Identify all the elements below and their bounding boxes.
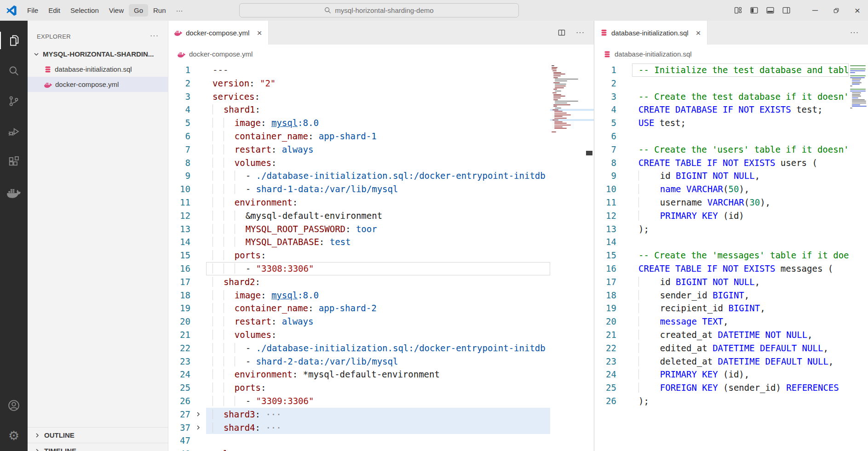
line-content[interactable]: PRIMARY KEY (id), [632,368,849,381]
code-line[interactable]: 25 FOREIGN KEY (sender_id) REFERENCES [594,381,849,394]
line-number[interactable]: 26 [594,394,616,408]
line-number[interactable]: 15 [594,249,616,262]
line-content[interactable]: - "3308:3306" [206,262,550,275]
code-line[interactable]: 19 container_name: app-shard-2 [168,302,550,315]
line-number[interactable]: 21 [594,328,616,342]
line-content[interactable]: -- Create the test database if it doesn'… [632,90,849,103]
line-content[interactable]: volumes: [206,156,550,170]
explorer-actions-icon[interactable]: ··· [150,32,159,40]
line-content[interactable]: USE test; [632,116,849,130]
code-line[interactable]: 22 edited_at DATETIME DEFAULT NULL, [594,342,849,355]
code-line[interactable]: 16CREATE TABLE IF NOT EXISTS messages ( [594,262,849,275]
code-line[interactable]: 10 - shard-1-data:/var/lib/mysql [168,183,550,196]
line-number[interactable]: 48 [168,447,190,451]
code-line[interactable]: 9 - ./database-initialization.sql:/docke… [168,169,550,183]
line-content[interactable]: -- Create the 'users' table if it doesn'… [632,143,849,156]
line-number[interactable]: 2 [168,77,190,90]
code-line[interactable]: 14 MYSQL_DATABASE: test [168,235,550,249]
code-line[interactable]: 13 MYSQL_ROOT_PASSWORD: toor [168,223,550,236]
line-number[interactable]: 10 [168,183,190,196]
line-number[interactable]: 4 [168,103,190,116]
activitybar-explorer[interactable] [0,25,28,56]
line-number[interactable]: 22 [168,342,190,355]
line-number[interactable]: 21 [168,328,190,342]
fold-chevron-icon[interactable] [190,421,206,434]
line-content[interactable]: volumes: [206,328,550,342]
line-content[interactable]: deleted_at DATETIME DEFAULT NULL, [632,355,849,368]
line-content[interactable]: message TEXT, [632,315,849,328]
code-line[interactable]: 12 &mysql-default-environment [168,209,550,223]
line-number[interactable]: 2 [594,77,616,90]
line-content[interactable]: ); [632,394,849,408]
line-number[interactable]: 16 [168,262,190,275]
minimap-right[interactable] [849,63,868,451]
line-content[interactable]: shard2: [206,275,550,289]
line-content[interactable]: image: mysql:8.0 [206,289,550,302]
menu-view[interactable]: View [104,4,129,17]
line-number[interactable]: 14 [594,235,616,249]
line-number[interactable]: 27 [168,408,190,421]
code-line[interactable]: 37 shard4: ··· [168,421,550,434]
line-content[interactable]: MYSQL_ROOT_PASSWORD: toor [206,223,550,236]
section-timeline[interactable]: TIMELINE [28,443,168,451]
close-tab-icon[interactable]: × [257,29,262,37]
line-content[interactable]: container_name: app-shard-2 [206,302,550,315]
line-content[interactable]: CREATE TABLE IF NOT EXISTS messages ( [632,262,849,275]
code-line[interactable]: 48volumes: [168,447,550,451]
line-number[interactable]: 5 [168,116,190,130]
split-editor-icon[interactable] [558,29,566,37]
code-line[interactable]: 18 image: mysql:8.0 [168,289,550,302]
line-content[interactable]: FOREIGN KEY (sender_id) REFERENCES [632,381,849,394]
code-line[interactable]: 24 PRIMARY KEY (id), [594,368,849,381]
line-number[interactable]: 9 [168,169,190,183]
line-number[interactable]: 23 [168,355,190,368]
code-editor-yaml[interactable]: 1---2version: "2"3services:4 shard1:5 im… [168,63,594,451]
code-line[interactable]: 4 shard1: [168,103,550,116]
code-line[interactable]: 15-- Create the 'messages' table if it d… [594,249,849,262]
line-content[interactable]: restart: always [206,143,550,156]
restore-button[interactable] [826,0,847,21]
line-number[interactable]: 12 [594,209,616,223]
activitybar-settings[interactable]: ⚙ [0,421,28,451]
line-number[interactable]: 12 [168,209,190,223]
code-line[interactable]: 24 environment: *mysql-default-environme… [168,368,550,381]
code-line[interactable]: 21 volumes: [168,328,550,342]
line-content[interactable]: environment: *mysql-default-environment [206,368,550,381]
code-line[interactable]: 27 shard3: ··· [168,408,550,421]
line-content[interactable]: CREATE DATABASE IF NOT EXISTS test; [632,103,849,116]
line-number[interactable]: 25 [168,381,190,394]
line-content[interactable] [632,130,849,143]
breadcrumb-right[interactable]: database-initialization.sql [594,45,868,63]
line-number[interactable]: 8 [168,156,190,170]
code-line[interactable]: 17 id BIGINT NOT NULL, [594,275,849,289]
code-line[interactable]: 20 restart: always [168,315,550,328]
code-line[interactable]: 6 [594,130,849,143]
line-number[interactable]: 20 [594,315,616,328]
line-content[interactable]: -- Create the 'messages' table if it doe… [632,249,849,262]
line-content[interactable] [206,434,550,447]
customize-layout-icon[interactable] [734,6,742,15]
folder-row[interactable]: MYSQL-HORIZONTAL-SHARDIN... [28,46,168,62]
line-content[interactable]: services: [206,90,550,103]
line-number[interactable]: 9 [594,169,616,183]
toggle-panel-icon[interactable] [766,6,775,15]
code-line[interactable]: 16 - "3308:3306" [168,262,550,275]
line-content[interactable]: environment: [206,196,550,209]
code-line[interactable]: 21 created_at DATETIME NOT NULL, [594,328,849,342]
code-line[interactable]: 14 [594,235,849,249]
line-content[interactable]: - "3309:3306" [206,394,550,408]
menu-edit[interactable]: Edit [43,4,65,17]
menu-[interactable]: ··· [171,4,188,17]
code-line[interactable]: 12 PRIMARY KEY (id) [594,209,849,223]
line-number[interactable]: 24 [594,368,616,381]
line-number[interactable]: 24 [168,368,190,381]
line-content[interactable]: PRIMARY KEY (id) [632,209,849,223]
line-content[interactable]: ports: [206,381,550,394]
line-content[interactable]: -- Initialize the test database and tabl… [632,63,849,77]
command-center-search[interactable]: mysql-horizontal-sharding-demo [239,3,519,17]
line-content[interactable]: - shard-2-data:/var/lib/mysql [206,355,550,368]
activitybar-accounts[interactable] [0,390,28,421]
line-content[interactable]: - ./database-initialization.sql:/docker-… [206,169,550,183]
code-line[interactable]: 3-- Create the test database if it doesn… [594,90,849,103]
line-content[interactable]: image: mysql:8.0 [206,116,550,130]
